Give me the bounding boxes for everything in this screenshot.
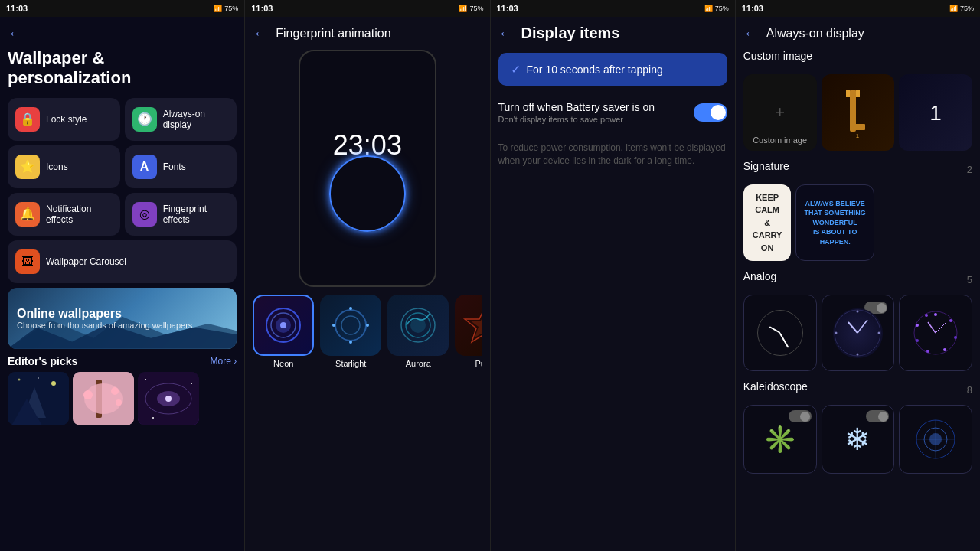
blue-kaleido-image	[915, 419, 957, 461]
svg-point-57	[925, 314, 928, 317]
battery-saver-toggle-switch[interactable]	[694, 103, 727, 122]
menu-item-icons[interactable]: ⭐ Icons	[8, 145, 120, 188]
signal-icon-4: 📶	[949, 5, 958, 12]
svg-point-45	[856, 353, 858, 355]
thumbnail-cherry[interactable]	[73, 372, 134, 425]
dots-clock	[833, 308, 883, 358]
option-10sec-label: For 10 seconds after tapping	[527, 64, 663, 76]
thumbnail-galaxy[interactable]	[138, 372, 199, 425]
signature-cards: KEEPCALM&CARRYON ALWAYS BELIEVETHAT SOME…	[743, 184, 972, 261]
custom-image-label: Custom image	[743, 135, 817, 145]
notification-effects-label: Notification effects	[46, 204, 113, 225]
svg-point-20	[152, 417, 154, 419]
menu-item-fingerprint-effects[interactable]: ◎ Fingerprint effects	[125, 193, 237, 236]
fingerprint-effects-icon: ◎	[132, 202, 157, 227]
back-button-4[interactable]: ←	[743, 24, 759, 42]
icons-label: Icons	[46, 161, 68, 172]
svg-rect-39	[854, 124, 865, 130]
kaleido-firework-toggle[interactable]	[789, 410, 812, 422]
analog-cards	[743, 295, 972, 371]
custom-image-card-1[interactable]: + Custom image	[743, 74, 817, 151]
status-time-3: 11:03	[497, 4, 518, 13]
firework-icon: ✳️	[763, 424, 797, 455]
aurora-thumbnail	[387, 295, 449, 356]
battery-saver-title: Turn off when Battery saver is on	[498, 101, 655, 113]
online-wallpaper-title: Online wallpapers	[17, 307, 227, 321]
svg-point-13	[116, 399, 122, 406]
svg-point-50	[934, 313, 937, 316]
svg-point-28	[366, 324, 369, 327]
battery-saver-subtitle: Don't display items to save power	[498, 115, 655, 124]
signature-card-keep-calm[interactable]: KEEPCALM&CARRYON	[743, 184, 792, 261]
power-info-text: To reduce power consumption, items won't…	[498, 139, 727, 171]
svg-line-47	[848, 322, 858, 333]
animation-option-pulse[interactable]: Pulse	[455, 295, 482, 368]
analog-card-spiral[interactable]	[899, 295, 972, 371]
thumbnail-night[interactable]	[8, 372, 69, 425]
starlight-animation-preview	[328, 302, 374, 348]
pulse-thumbnail	[455, 295, 482, 356]
signature-card-believe[interactable]: ALWAYS BELIEVETHAT SOMETHINGWONDERFULIS …	[795, 184, 874, 261]
neon-animation-preview	[260, 302, 306, 348]
panel-fingerprint: 11:03 📶 75% ← Fingerprint animation 23:0…	[245, 0, 490, 551]
kaleido-card-snowflake[interactable]: ❄	[822, 405, 895, 474]
animation-option-starlight[interactable]: Starlight	[320, 295, 381, 368]
custom-image-card-white[interactable]: 1	[899, 74, 972, 151]
cherry-thumbnail-image	[73, 372, 134, 425]
battery-saver-info: Turn off when Battery saver is on Don't …	[498, 101, 655, 124]
svg-point-29	[349, 341, 352, 344]
svg-point-7	[38, 377, 39, 379]
aurora-label: Aurora	[406, 359, 431, 368]
menu-item-lock-style[interactable]: 🔒 Lock style	[8, 98, 120, 141]
menu-item-notification-effects[interactable]: 🔔 Notification effects	[8, 193, 120, 236]
phone-preview: 23:03	[299, 50, 436, 287]
fonts-icon: A	[132, 155, 157, 179]
page-title-1: Wallpaper &personalization	[8, 48, 237, 89]
svg-point-46	[835, 331, 837, 334]
menu-item-fonts[interactable]: A Fonts	[125, 145, 237, 188]
animation-option-neon[interactable]: Neon	[253, 295, 314, 368]
more-button[interactable]: More ›	[211, 356, 237, 367]
online-wallpaper-subtitle: Choose from thousands of amazing wallpap…	[17, 321, 227, 330]
back-button-2[interactable]: ←	[253, 24, 268, 42]
online-wallpaper-banner[interactable]: Online wallpapers Choose from thousands …	[8, 288, 237, 349]
page-title-3: Display items	[521, 24, 620, 42]
status-icons-3: 📶 75%	[704, 5, 729, 12]
back-button-3[interactable]: ←	[498, 24, 514, 42]
kaleidoscope-section-num: 8	[967, 384, 972, 396]
status-icons-2: 📶 75%	[459, 5, 483, 12]
battery-icon-1: 75%	[224, 5, 238, 12]
page-title-2: Fingerprint animation	[276, 27, 390, 41]
battery-saver-toggle-row: Turn off when Battery saver is on Don't …	[498, 93, 727, 132]
signature-section-num: 2	[967, 164, 972, 175]
kaleido-snowflake-toggle[interactable]	[866, 410, 889, 422]
custom-image-cards: + Custom image 1 1	[743, 74, 972, 151]
custom-image-card-gold[interactable]: 1	[822, 74, 895, 151]
aurora-animation-preview	[395, 302, 441, 348]
gold-card-image: 1	[838, 86, 877, 139]
status-bar-1: 11:03 📶 75%	[0, 0, 244, 17]
status-bar-3: 11:03 📶 75%	[491, 0, 735, 17]
custom-image-section-title: Custom image	[743, 50, 812, 62]
svg-point-17	[165, 396, 172, 402]
animation-option-aurora[interactable]: Aurora	[387, 295, 449, 368]
svg-point-52	[954, 336, 957, 339]
option-10-seconds[interactable]: ✓ For 10 seconds after tapping	[498, 53, 727, 86]
dots-clock-image	[833, 308, 883, 358]
kaleido-card-blue[interactable]	[899, 405, 972, 474]
custom-image-add-icon: +	[775, 103, 785, 122]
svg-point-12	[111, 387, 119, 395]
status-time-1: 11:03	[6, 4, 28, 13]
svg-line-48	[858, 320, 867, 333]
signal-icon-2: 📶	[459, 5, 467, 12]
kaleido-card-firework[interactable]: ✳️	[743, 405, 817, 474]
menu-item-wallpaper-carousel[interactable]: 🖼 Wallpaper Carousel	[8, 240, 237, 283]
svg-point-25	[335, 310, 366, 341]
svg-point-51	[949, 319, 952, 322]
menu-item-always-on[interactable]: 🕐 Always-on display	[125, 98, 237, 141]
analog-card-dots[interactable]	[822, 295, 895, 371]
back-button-1[interactable]: ←	[8, 24, 237, 42]
status-icons-1: 📶 75%	[214, 5, 238, 12]
always-on-icon: 🕐	[132, 107, 157, 132]
analog-card-classic[interactable]	[743, 295, 817, 371]
